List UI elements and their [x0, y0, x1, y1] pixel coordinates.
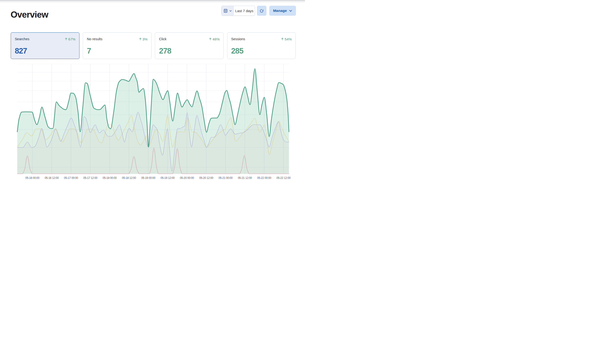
svg-text:05-16 00:00: 05-16 00:00 — [25, 176, 39, 180]
svg-text:05-17 12:00: 05-17 12:00 — [83, 176, 98, 180]
svg-text:05-18 12:00: 05-18 12:00 — [122, 176, 136, 180]
svg-text:05-22 12:00: 05-22 12:00 — [276, 176, 291, 180]
svg-text:05-19 12:00: 05-19 12:00 — [161, 176, 175, 180]
svg-text:05-20 12:00: 05-20 12:00 — [199, 176, 213, 180]
svg-text:05-18 00:00: 05-18 00:00 — [103, 176, 117, 180]
svg-text:05-17 00:00: 05-17 00:00 — [64, 176, 78, 180]
svg-text:05-20 00:00: 05-20 00:00 — [180, 176, 194, 180]
svg-text:05-19 00:00: 05-19 00:00 — [141, 176, 156, 180]
svg-text:05-21 12:00: 05-21 12:00 — [238, 176, 252, 180]
svg-text:05-21 00:00: 05-21 00:00 — [218, 176, 233, 180]
svg-text:05-16 12:00: 05-16 12:00 — [45, 176, 59, 180]
svg-text:05-22 00:00: 05-22 00:00 — [257, 176, 272, 180]
